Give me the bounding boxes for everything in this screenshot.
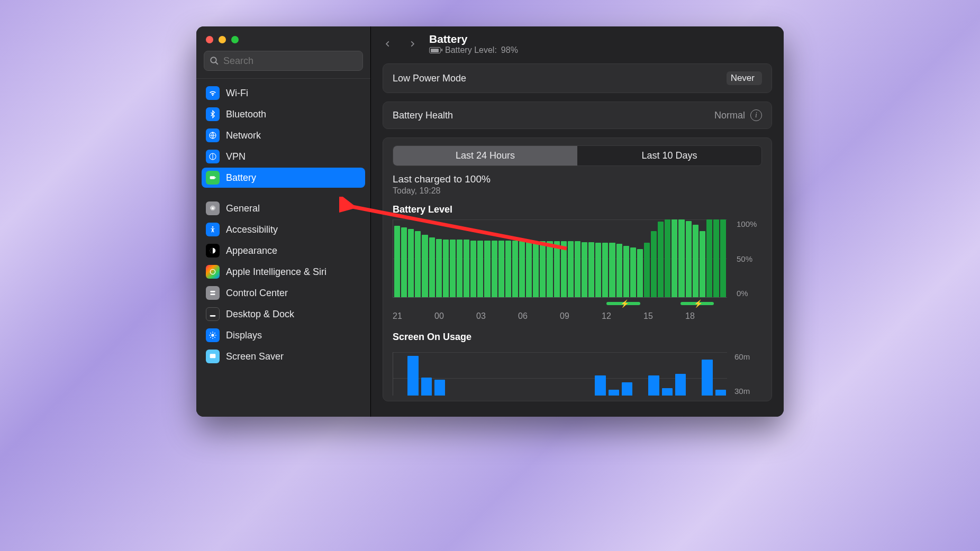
sidebar-item-accessibility[interactable]: Accessibility (202, 219, 365, 240)
usage-history-panel: Last 24 Hours Last 10 Days Last charged … (383, 137, 772, 401)
sidebar-item-displays[interactable]: Displays (202, 325, 365, 345)
network-icon (206, 128, 220, 142)
battery-status-icon (429, 47, 441, 53)
svg-line-18 (210, 333, 211, 333)
page-title: Battery (429, 33, 467, 45)
sidebar-item-label: Wi-Fi (226, 88, 248, 99)
siri-icon (206, 265, 220, 279)
vpn-icon (206, 150, 220, 163)
last-charged-time: Today, 19:28 (393, 186, 762, 196)
control-center-icon (206, 286, 220, 300)
main-panel: Battery Battery Level: 98% Low Power Mod… (371, 26, 784, 417)
charging-indicator-rail: ⚡⚡ (393, 300, 727, 307)
sidebar-item-label: General (226, 203, 260, 214)
sidebar-item-screen-saver[interactable]: Screen Saver (202, 346, 365, 366)
svg-point-13 (211, 334, 214, 336)
sidebar-item-label: Displays (226, 330, 262, 341)
low-power-mode-label: Low Power Mode (393, 73, 466, 84)
sidebar-list: Wi-Fi Bluetooth Network VPN Battery Ge (196, 78, 370, 417)
gear-icon (206, 201, 220, 215)
search-field[interactable] (204, 51, 363, 71)
sidebar-item-battery[interactable]: Battery (202, 168, 365, 188)
wifi-icon (206, 86, 220, 100)
sidebar-item-siri[interactable]: Apple Intelligence & Siri (202, 262, 365, 282)
svg-rect-10 (210, 291, 215, 292)
info-icon[interactable]: i (750, 109, 762, 121)
svg-rect-5 (215, 177, 216, 179)
tab-last-10-days[interactable]: Last 10 Days (577, 146, 761, 166)
sidebar: Wi-Fi Bluetooth Network VPN Battery Ge (196, 26, 371, 417)
bluetooth-icon (206, 107, 220, 121)
svg-point-0 (211, 57, 216, 63)
dock-icon (206, 307, 220, 321)
nav-back-button[interactable] (380, 36, 395, 51)
window-controls (196, 26, 370, 49)
svg-line-19 (214, 337, 215, 337)
svg-rect-11 (210, 293, 215, 295)
sidebar-item-label: Control Center (226, 288, 288, 299)
sidebar-item-label: Apple Intelligence & Siri (226, 267, 326, 278)
sidebar-item-label: VPN (226, 151, 246, 162)
minimize-window-button[interactable] (219, 36, 226, 43)
svg-line-21 (214, 333, 215, 333)
zoom-window-button[interactable] (231, 36, 239, 43)
battery-health-value: Normal (714, 110, 745, 121)
screen-on-chart-title: Screen On Usage (393, 332, 762, 343)
sidebar-item-appearance[interactable]: Appearance (202, 241, 365, 261)
time-range-segmented: Last 24 Hours Last 10 Days (393, 145, 762, 166)
battery-icon (206, 171, 220, 185)
battery-level-chart (393, 219, 727, 298)
sidebar-item-label: Screen Saver (226, 351, 284, 362)
sidebar-item-label: Appearance (226, 245, 277, 256)
battery-level-value: 98% (501, 45, 518, 55)
svg-point-7 (212, 226, 214, 228)
sidebar-item-label: Desktop & Dock (226, 309, 294, 320)
battery-level-yaxis: 100% 50% 0% (734, 219, 762, 298)
last-charged-title: Last charged to 100% (393, 173, 762, 185)
low-power-mode-value: Never (731, 73, 755, 84)
battery-level-chart-title: Battery Level (393, 204, 762, 215)
main-header: Battery Battery Level: 98% (371, 26, 784, 61)
search-icon (210, 56, 219, 66)
accessibility-icon (206, 223, 220, 236)
nav-forward-button[interactable] (405, 36, 420, 51)
battery-level-label: Battery Level: (445, 45, 497, 55)
low-power-mode-select[interactable]: Never (727, 71, 762, 85)
svg-rect-12 (210, 315, 216, 317)
screensaver-icon (206, 350, 220, 363)
appearance-icon (206, 244, 220, 258)
svg-line-20 (210, 337, 211, 337)
battery-health-label: Battery Health (393, 110, 453, 121)
battery-health-row[interactable]: Battery Health Normal i (383, 102, 772, 129)
sidebar-item-network[interactable]: Network (202, 125, 365, 145)
sidebar-item-vpn[interactable]: VPN (202, 146, 365, 167)
sidebar-item-desktop-dock[interactable]: Desktop & Dock (202, 304, 365, 324)
sidebar-item-label: Network (226, 130, 261, 141)
screen-on-yaxis: 60m 30m (734, 352, 762, 396)
settings-window: Wi-Fi Bluetooth Network VPN Battery Ge (196, 26, 784, 417)
sidebar-item-label: Accessibility (226, 224, 278, 235)
sidebar-item-control-center[interactable]: Control Center (202, 283, 365, 303)
sidebar-item-general[interactable]: General (202, 198, 365, 218)
sidebar-item-label: Bluetooth (226, 109, 266, 120)
low-power-mode-row: Low Power Mode Never (383, 63, 772, 93)
sidebar-item-wifi[interactable]: Wi-Fi (202, 83, 365, 103)
displays-icon (206, 328, 220, 342)
svg-rect-4 (210, 176, 215, 179)
tab-last-24-hours[interactable]: Last 24 Hours (393, 146, 577, 166)
svg-point-9 (210, 269, 215, 274)
screen-on-chart (393, 352, 727, 396)
sidebar-item-bluetooth[interactable]: Bluetooth (202, 104, 365, 124)
svg-rect-22 (210, 354, 216, 358)
battery-level-xaxis: 2100030609121518 (393, 311, 762, 321)
sidebar-item-label: Battery (226, 172, 256, 183)
svg-line-1 (215, 62, 218, 65)
close-window-button[interactable] (206, 36, 213, 43)
search-input[interactable] (223, 56, 357, 67)
